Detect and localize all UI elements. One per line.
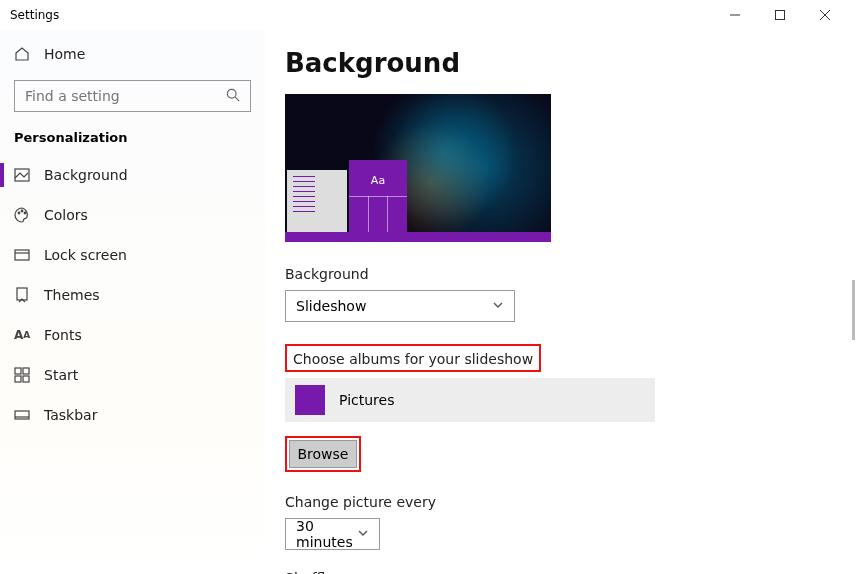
preview-tile: Aa bbox=[349, 160, 407, 232]
sidebar-item-lock-screen[interactable]: Lock screen bbox=[0, 235, 265, 275]
svg-rect-17 bbox=[15, 411, 29, 419]
category-header: Personalization bbox=[0, 130, 265, 155]
album-row[interactable]: Pictures bbox=[285, 378, 655, 422]
titlebar: Settings bbox=[0, 0, 857, 30]
home-label: Home bbox=[44, 46, 85, 62]
browse-highlight: Browse bbox=[285, 436, 361, 472]
sidebar-item-colors[interactable]: Colors bbox=[0, 195, 265, 235]
search-input-container[interactable] bbox=[14, 80, 251, 112]
maximize-button[interactable] bbox=[757, 0, 802, 30]
themes-icon bbox=[14, 287, 30, 303]
scrollbar[interactable] bbox=[852, 280, 855, 340]
fonts-icon: AA bbox=[14, 327, 30, 343]
change-every-value: 30 minutes bbox=[296, 518, 357, 550]
change-every-label: Change picture every bbox=[285, 494, 833, 510]
sidebar-item-label: Taskbar bbox=[44, 407, 97, 423]
sidebar-item-taskbar[interactable]: Taskbar bbox=[0, 395, 265, 435]
album-thumbnail bbox=[295, 385, 325, 415]
choose-albums-highlight: Choose albums for your slideshow bbox=[285, 344, 541, 372]
palette-icon bbox=[14, 207, 30, 223]
picture-icon bbox=[14, 167, 30, 183]
lock-screen-icon bbox=[14, 247, 30, 263]
preview-taskbar bbox=[285, 232, 551, 242]
background-dropdown[interactable]: Slideshow bbox=[285, 290, 515, 322]
choose-albums-label: Choose albums for your slideshow bbox=[293, 351, 533, 367]
svg-rect-14 bbox=[23, 368, 29, 374]
album-name: Pictures bbox=[339, 392, 394, 408]
chevron-down-icon bbox=[357, 526, 369, 542]
home-icon bbox=[14, 46, 30, 62]
browse-button[interactable]: Browse bbox=[289, 440, 357, 468]
sidebar-item-start[interactable]: Start bbox=[0, 355, 265, 395]
sidebar-item-themes[interactable]: Themes bbox=[0, 275, 265, 315]
sidebar-item-background[interactable]: Background bbox=[0, 155, 265, 195]
svg-point-8 bbox=[21, 210, 23, 212]
close-button[interactable] bbox=[802, 0, 847, 30]
window-controls bbox=[712, 0, 847, 30]
sidebar-item-label: Start bbox=[44, 367, 78, 383]
svg-point-7 bbox=[18, 212, 20, 214]
chevron-down-icon bbox=[492, 298, 504, 314]
preview-sample-text: Aa bbox=[371, 174, 385, 187]
main-content: Background Aa Background Slideshow bbox=[265, 30, 857, 574]
change-every-dropdown[interactable]: 30 minutes bbox=[285, 518, 380, 550]
window-title: Settings bbox=[10, 8, 59, 22]
home-link[interactable]: Home bbox=[0, 34, 265, 74]
search-icon bbox=[226, 88, 240, 105]
svg-line-5 bbox=[235, 97, 239, 101]
sidebar: Home Personalization Background bbox=[0, 30, 265, 574]
svg-rect-13 bbox=[15, 368, 21, 374]
shuffle-label: Shuffle bbox=[285, 570, 833, 574]
background-dropdown-value: Slideshow bbox=[296, 298, 366, 314]
svg-rect-1 bbox=[775, 11, 784, 20]
desktop-preview: Aa bbox=[285, 94, 551, 242]
svg-point-4 bbox=[227, 89, 236, 98]
page-title: Background bbox=[285, 48, 833, 78]
search-input[interactable] bbox=[25, 88, 220, 104]
sidebar-item-label: Fonts bbox=[44, 327, 82, 343]
browse-button-label: Browse bbox=[298, 446, 349, 462]
background-label: Background bbox=[285, 266, 833, 282]
svg-rect-15 bbox=[15, 376, 21, 382]
sidebar-item-fonts[interactable]: AA Fonts bbox=[0, 315, 265, 355]
sidebar-item-label: Lock screen bbox=[44, 247, 127, 263]
sidebar-item-label: Colors bbox=[44, 207, 88, 223]
minimize-button[interactable] bbox=[712, 0, 757, 30]
sidebar-item-label: Themes bbox=[44, 287, 100, 303]
svg-rect-10 bbox=[15, 250, 29, 260]
svg-rect-16 bbox=[23, 376, 29, 382]
taskbar-icon bbox=[14, 407, 30, 423]
svg-point-9 bbox=[24, 212, 26, 214]
sidebar-item-label: Background bbox=[44, 167, 128, 183]
start-icon bbox=[14, 367, 30, 383]
